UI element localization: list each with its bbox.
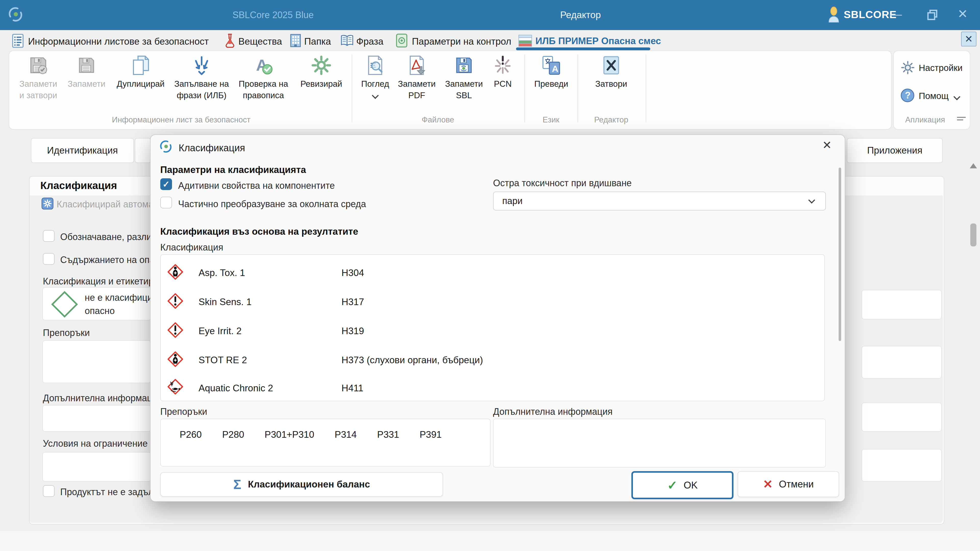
ghs08-health-hazard-icon [167,264,183,280]
p-code[interactable]: P391 [420,429,442,466]
partial-transformation-checkbox[interactable] [160,197,172,208]
p-code[interactable]: P314 [334,429,356,466]
p-code[interactable]: P280 [222,429,244,466]
save-sbl-icon [454,52,474,78]
gear-icon [900,60,915,75]
bg-right-field[interactable] [862,290,942,319]
bg-checkbox-labeling[interactable] [43,230,55,242]
classification-row[interactable]: Asp. Tox. 1 H304 [161,258,824,287]
classification-row[interactable]: Eye Irrit. 2 H319 [161,316,824,345]
ghs07-exclamation-icon [167,322,183,338]
dialog-close-button[interactable]: ✕ [822,138,832,151]
ribbon-separator [525,55,525,122]
additional-info-box[interactable] [493,419,826,468]
bg-recommendations-box[interactable] [42,340,151,383]
cancel-button-label: Отмени [779,479,814,490]
bg-restriction-label: Условия на ограничение [43,438,148,449]
classification-balance-button[interactable]: Σ Класификационен баланс [160,472,443,497]
ok-button-label: OK [684,480,698,491]
preview-dropdown-chevron-icon[interactable] [372,92,379,99]
preview-button[interactable]: Поглед [356,52,394,99]
classification-row[interactable]: Skin Sens. 1 H317 [161,287,824,316]
button-label: Запълване на [174,79,229,89]
app-window: SBLCore 2025 Blue Редактор SBLCORE — ✕ И… [0,0,980,551]
p-code[interactable]: P260 [180,429,202,466]
bg-tab-partial[interactable] [135,138,151,163]
p-codes-box[interactable]: P260 P280 P301+P310 P314 P331 P391 [160,419,490,467]
bg-right-field[interactable] [862,449,942,482]
group-label-files: Файлове [400,115,476,124]
classification-row[interactable]: STOT RE 2 H373 (слухови органи, бъбреци) [161,345,824,374]
bg-tab-attachments[interactable]: Приложения [847,138,943,163]
bg-tab-label: Идентификация [47,145,118,156]
button-label: Дуплицирай [117,79,165,89]
save-button[interactable]: Запамети [64,52,109,89]
bg-right-field[interactable] [862,346,942,379]
revise-button[interactable]: Ревизирай [296,52,347,89]
pcn-icon [493,52,513,78]
balance-button-label: Класификационен баланс [248,479,370,490]
duplicate-button[interactable]: Дуплицирай [113,52,168,89]
p-code[interactable]: P301+P310 [265,429,314,466]
save-and-close-button[interactable]: Запамети и затвори [16,52,61,101]
duplicate-icon [130,52,151,78]
minimize-button[interactable]: — [890,7,902,21]
close-editor-button[interactable]: Затвори [588,52,634,89]
button-label: Проверка на [239,79,288,89]
scrollbar-up-arrow[interactable] [970,163,977,168]
restore-button[interactable] [926,9,939,22]
dropdown-chevron-icon [808,197,815,203]
active-tab-underline [516,48,650,50]
p-code[interactable]: P331 [377,429,399,466]
additive-properties-checkbox[interactable]: ✓ [160,178,172,190]
tab-label: Параметри на контрол [412,36,511,47]
user-avatar-icon[interactable] [826,6,841,23]
bg-right-field[interactable] [862,403,942,432]
pcn-button[interactable]: PCN [487,52,518,89]
hazard-code: H319 [342,326,364,337]
empty-diamond-icon [51,291,78,318]
settings-label: Настройки [919,63,963,73]
cancel-button[interactable]: ✕ Отмени [738,471,839,497]
save-sbl-button[interactable]: Запамети SBL [442,52,486,101]
bg-restriction-box[interactable] [42,452,151,482]
translate-button[interactable]: A Преведи [526,52,577,89]
bg-checkbox-product[interactable] [43,485,55,497]
spellcheck-button[interactable]: A Проверка на правописа [234,52,293,101]
group-menu-icon[interactable] [957,115,966,122]
panel-title: Класификация [40,179,117,192]
tab-label: Вещества [239,36,282,47]
ok-button[interactable]: ✓ OK [632,471,733,499]
dialog-title: Класификация [179,143,245,154]
classification-row[interactable]: Aquatic Chronic 2 H411 [161,374,824,401]
button-label: Запамети [445,79,483,89]
translate-icon: A [541,52,562,78]
spellcheck-icon: A [253,52,274,78]
results-heading: Класификация въз основа на резултатите [160,226,358,237]
bg-additional-info-box[interactable] [42,405,151,432]
bg-checkbox-content[interactable] [43,253,55,265]
close-window-button[interactable]: ✕ [958,6,968,21]
hazard-class-name: Skin Sens. 1 [199,297,251,307]
scrollbar-thumb[interactable] [970,224,977,246]
phrase-book-icon [340,34,354,47]
ribbon-separator [352,55,352,122]
fill-phrases-button[interactable]: Запълване на фрази (ИЛБ) [171,52,232,101]
close-tab-button[interactable]: ✕ [961,32,977,46]
close-tab-glyph: ✕ [965,33,973,44]
save-pdf-button[interactable]: Запамети PDF [395,52,438,101]
tab-label: Информационни листове за безопасност [28,36,209,47]
params-heading: Параметри на класификацията [160,165,306,175]
bg-classification-labeling-label: Класификация и етикетир [43,276,154,287]
recommendations-label: Препоръки [160,407,207,417]
user-name[interactable]: SBLCORE [844,9,897,21]
auto-classify-icon [41,197,54,210]
hazard-class-name: Aquatic Chronic 2 [199,383,273,394]
help-icon: ? [900,88,915,103]
hazard-class-name: STOT RE 2 [199,355,247,365]
bg-tab-identification[interactable]: Идентификация [31,138,134,163]
acute-toxicity-dropdown[interactable]: пари [493,192,826,210]
cancel-x-icon: ✕ [763,477,773,491]
button-label: PCN [494,79,512,89]
dialog-scrollbar-thumb[interactable] [838,168,841,341]
